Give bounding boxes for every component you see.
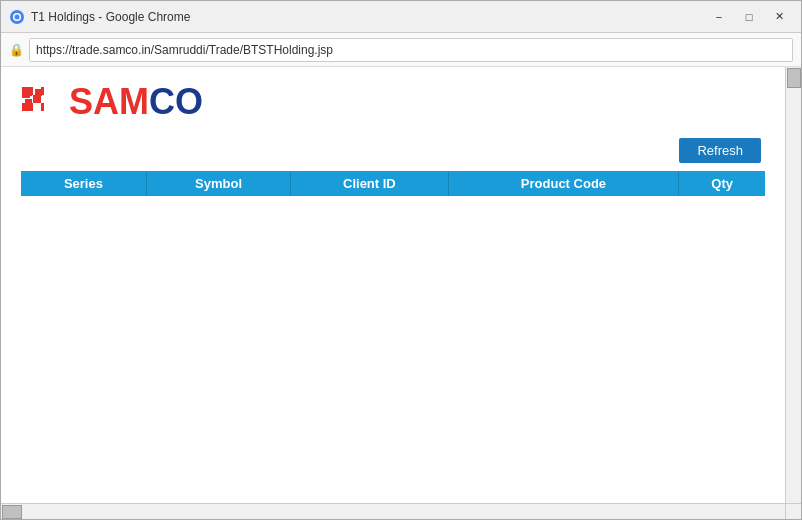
- logo-co-text: CO: [149, 84, 203, 120]
- table-header-cell: Qty: [679, 171, 765, 196]
- minimize-button[interactable]: −: [705, 6, 733, 28]
- horizontal-scrollbar[interactable]: [1, 503, 785, 519]
- window-title: T1 Holdings - Google Chrome: [31, 10, 705, 24]
- title-bar: T1 Holdings - Google Chrome − □ ✕: [1, 1, 801, 33]
- samco-logo: SAMCO: [21, 82, 203, 123]
- table-header-row: SeriesSymbolClient IDProduct CodeQty: [21, 171, 765, 196]
- logo-area: SAMCO: [21, 77, 765, 123]
- svg-rect-5: [35, 89, 42, 96]
- holdings-table: SeriesSymbolClient IDProduct CodeQty: [21, 171, 765, 196]
- refresh-button[interactable]: Refresh: [679, 138, 761, 163]
- inner-page: SAMCO Refresh SeriesSymbolClient IDProdu…: [1, 67, 785, 503]
- vertical-scrollbar[interactable]: [785, 67, 801, 503]
- page-content: SAMCO Refresh SeriesSymbolClient IDProdu…: [1, 67, 801, 519]
- svg-rect-9: [22, 103, 30, 111]
- table-header: SeriesSymbolClient IDProduct CodeQty: [21, 171, 765, 196]
- horizontal-scrollbar-thumb[interactable]: [2, 505, 22, 519]
- svg-rect-10: [30, 87, 33, 95]
- table-header-cell: Symbol: [146, 171, 290, 196]
- address-bar: 🔒: [1, 33, 801, 67]
- table-header-cell: Product Code: [448, 171, 679, 196]
- url-input[interactable]: [29, 38, 793, 62]
- svg-rect-11: [30, 103, 33, 111]
- svg-point-2: [15, 14, 20, 19]
- restore-button[interactable]: □: [735, 6, 763, 28]
- svg-rect-13: [41, 87, 44, 95]
- logo-sam-text: SAM: [69, 84, 149, 120]
- table-header-cell: Client ID: [291, 171, 448, 196]
- close-button[interactable]: ✕: [765, 6, 793, 28]
- svg-rect-7: [22, 87, 30, 95]
- refresh-area: Refresh: [21, 138, 765, 163]
- browser-window: T1 Holdings - Google Chrome − □ ✕ 🔒: [0, 0, 802, 520]
- logo-swastik-icon: [21, 82, 65, 123]
- svg-rect-8: [22, 95, 30, 98]
- vertical-scrollbar-thumb[interactable]: [787, 68, 801, 88]
- table-header-cell: Series: [21, 171, 146, 196]
- lock-icon: 🔒: [9, 43, 24, 57]
- browser-icon: [9, 9, 25, 25]
- scrollbar-corner: [785, 503, 801, 519]
- svg-rect-12: [33, 95, 41, 103]
- window-controls: − □ ✕: [705, 6, 793, 28]
- svg-rect-14: [41, 103, 44, 111]
